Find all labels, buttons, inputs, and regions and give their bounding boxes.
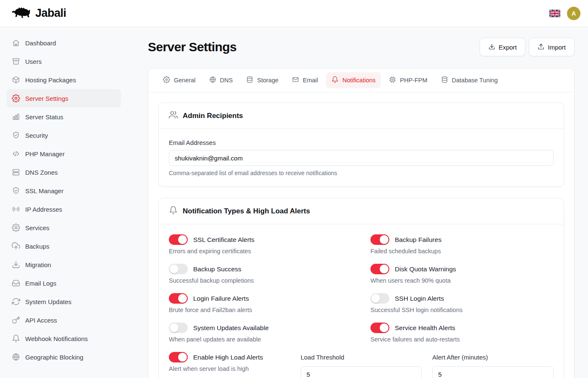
toggle-label: Backup Failures	[395, 236, 441, 244]
sidebar-item-geographic-blocking[interactable]: Geographic Blocking	[7, 348, 121, 366]
tab-label: PHP-FPM	[400, 77, 427, 84]
top-header: Jabali A	[0, 0, 588, 27]
sidebar-item-server-settings[interactable]: Server Settings	[7, 89, 121, 108]
sidebar-item-users[interactable]: Users	[7, 52, 121, 71]
switch-knob	[170, 323, 178, 332]
sidebar-item-dashboard[interactable]: Dashboard	[7, 34, 121, 52]
toggle-description: Successful SSH login notifications	[370, 307, 554, 313]
toggle-ssl-certificate-alerts: SSL Certificate Alerts Errors and expiri…	[169, 234, 352, 255]
admin-recipients-title: Admin Recipients	[183, 112, 243, 120]
login-failure-alerts-switch[interactable]	[169, 293, 188, 304]
ssh-login-alerts-switch[interactable]	[370, 293, 389, 304]
tab-general[interactable]: General	[158, 72, 201, 88]
alert-after-label: Alert After (minutes)	[432, 352, 554, 362]
tab-database-tuning[interactable]: Database Tuning	[436, 72, 504, 88]
sidebar-item-ip-addresses[interactable]: IP Addresses	[7, 200, 121, 218]
sidebar-item-backups[interactable]: Backups	[7, 237, 121, 255]
toggle-label: Backup Success	[193, 265, 242, 273]
tab-label: DNS	[220, 77, 233, 84]
service-health-alerts-switch[interactable]	[370, 323, 389, 333]
ssl-certificate-alerts-switch[interactable]	[169, 234, 188, 245]
upload-icon	[538, 43, 544, 51]
boar-logo-icon	[11, 6, 32, 21]
database-icon	[441, 76, 448, 84]
backup-success-switch[interactable]	[169, 264, 188, 274]
sidebar-item-api-access[interactable]: API Access	[7, 311, 121, 329]
sidebar-item-label: Hosting Packages	[25, 76, 76, 84]
sidebar-item-dns-zones[interactable]: DNS Zones	[7, 163, 121, 181]
sidebar-item-label: DNS Zones	[25, 169, 58, 176]
switch-knob	[380, 323, 388, 332]
download-icon	[12, 260, 20, 269]
load-threshold-input[interactable]	[301, 366, 422, 378]
main-content: Server Settings Export Import Gen	[128, 27, 588, 378]
sidebar-item-ssl-manager[interactable]: SSL Manager	[7, 181, 121, 200]
page-head: Server Settings Export Import	[148, 38, 575, 56]
toggle-description: When users reach 90% quota	[370, 277, 554, 284]
high-load-row: Enable High Load Alerts Alert when serve…	[169, 352, 554, 378]
download-icon	[488, 43, 495, 51]
cpu-icon	[389, 76, 396, 84]
code-icon	[12, 150, 20, 158]
sidebar-item-label: Geographic Blocking	[25, 354, 83, 361]
sidebar-item-label: API Access	[25, 317, 57, 324]
tab-storage[interactable]: Storage	[241, 72, 284, 88]
toggle-label: Service Health Alerts	[395, 324, 455, 332]
globe-icon	[12, 353, 20, 361]
settings-tabs: General DNS Storage Email Notifications …	[148, 68, 574, 92]
tab-email[interactable]: Email	[286, 72, 323, 88]
bar-chart-icon	[12, 113, 20, 121]
system-updates-available-switch[interactable]	[169, 323, 188, 333]
alert-after-input[interactable]	[432, 366, 554, 378]
sidebar-item-label: Security	[25, 132, 48, 139]
panel-body: Admin Recipients Email Addresses Comma-s…	[148, 92, 574, 378]
toggle-service-health-alerts: Service Health Alerts Service failures a…	[370, 323, 554, 343]
switch-knob	[380, 235, 388, 244]
load-threshold-label: Load Threshold	[301, 352, 422, 362]
header-right: A	[549, 7, 580, 20]
disk-quota-warnings-switch[interactable]	[370, 264, 389, 274]
sidebar-item-email-logs[interactable]: Email Logs	[7, 274, 121, 292]
sidebar-item-label: Server Status	[25, 113, 63, 121]
gear-icon	[12, 94, 20, 102]
sidebar-item-label: Webhook Notifications	[25, 335, 88, 342]
toggle-backup-failures: Backup Failures Failed scheduled backups	[370, 234, 554, 255]
toggle-description: When panel updates are available	[169, 336, 352, 343]
gear-icon	[163, 76, 170, 84]
key-icon	[12, 316, 20, 324]
notification-types-header: Notification Types & High Load Alerts	[159, 198, 564, 224]
tab-dns[interactable]: DNS	[204, 72, 239, 88]
tab-notifications[interactable]: Notifications	[326, 72, 381, 88]
sidebar: Dashboard Users Hosting Packages Server …	[0, 27, 128, 378]
enable-high-load-alerts-switch[interactable]	[169, 352, 188, 362]
sidebar-item-security[interactable]: Security	[7, 126, 121, 144]
switch-knob	[178, 235, 187, 244]
toggle-label: SSH Login Alerts	[395, 295, 444, 302]
sidebar-item-system-updates[interactable]: System Updates	[7, 292, 121, 311]
backup-failures-switch[interactable]	[370, 234, 389, 245]
sidebar-item-server-status[interactable]: Server Status	[7, 108, 121, 126]
shield-check-icon	[12, 186, 20, 195]
email-addresses-input[interactable]	[169, 150, 554, 166]
sidebar-nav: Dashboard Users Hosting Packages Server …	[7, 34, 121, 366]
toggle-description: Errors and expiring certificates	[169, 248, 352, 255]
toggle-ssh-login-alerts: SSH Login Alerts Successful SSH login no…	[370, 293, 554, 313]
export-button[interactable]: Export	[480, 38, 525, 56]
toggle-label: System Updates Available	[193, 324, 269, 332]
sidebar-item-services[interactable]: Services	[7, 218, 121, 237]
server-icon	[12, 168, 20, 176]
sidebar-item-hosting-packages[interactable]: Hosting Packages	[7, 71, 121, 89]
tab-php-fpm[interactable]: PHP-FPM	[383, 72, 433, 88]
bell-icon	[169, 206, 178, 216]
brand-name: Jabali	[35, 7, 66, 20]
sidebar-item-migration[interactable]: Migration	[7, 255, 121, 274]
globe-icon	[209, 76, 216, 84]
sidebar-item-php-manager[interactable]: PHP Manager	[7, 144, 121, 163]
toggle-description: Service failures and auto-restarts	[370, 336, 554, 343]
bell-icon	[331, 76, 339, 84]
user-avatar[interactable]: A	[567, 7, 580, 20]
sidebar-item-webhook-notifications[interactable]: Webhook Notifications	[7, 329, 121, 348]
notification-types-body: SSL Certificate Alerts Errors and expiri…	[159, 224, 564, 378]
uk-flag-icon[interactable]	[549, 10, 560, 17]
import-button[interactable]: Import	[529, 38, 575, 56]
